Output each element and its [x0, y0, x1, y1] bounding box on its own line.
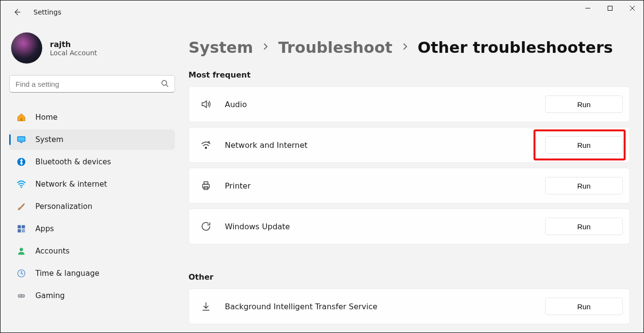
sidebar-item-label: Gaming	[35, 291, 65, 300]
sidebar-item-label: Personalization	[35, 202, 93, 211]
bluetooth-icon	[16, 157, 27, 167]
svg-point-18	[22, 295, 23, 296]
update-icon	[200, 220, 212, 233]
sidebar-item-system[interactable]: System	[9, 129, 175, 150]
brush-icon	[16, 201, 27, 212]
sidebar-item-label: Bluetooth & devices	[35, 158, 111, 166]
sidebar-item-apps[interactable]: Apps	[9, 219, 175, 239]
close-button[interactable]	[621, 0, 644, 16]
profile-subtitle: Local Account	[50, 49, 97, 57]
section-other-title: Other	[188, 272, 630, 282]
troubleshooter-row-printer: Printer Run	[188, 168, 630, 204]
sidebar-item-label: Accounts	[35, 247, 70, 255]
sidebar-item-label: System	[35, 135, 63, 144]
sidebar-item-bluetooth[interactable]: Bluetooth & devices	[9, 152, 175, 172]
svg-rect-11	[22, 225, 25, 229]
sidebar-item-personalization[interactable]: Personalization	[9, 196, 175, 217]
svg-point-9	[21, 187, 22, 188]
clock-globe-icon	[16, 268, 27, 279]
svg-rect-4	[20, 118, 22, 121]
chevron-right-icon	[401, 43, 409, 52]
profile-block[interactable]: rajth Local Account	[11, 32, 175, 63]
troubleshooter-row-bits: Background Intelligent Transfer Service …	[188, 288, 630, 324]
svg-rect-1	[608, 6, 613, 11]
search-input[interactable]	[16, 80, 161, 88]
search-icon	[161, 79, 170, 88]
troubleshooter-row-windows-update: Windows Update Run	[188, 208, 630, 244]
avatar	[11, 32, 42, 63]
printer-icon	[200, 179, 212, 192]
svg-rect-7	[20, 142, 23, 143]
breadcrumb-system[interactable]: System	[188, 38, 253, 57]
system-icon	[16, 134, 27, 145]
svg-rect-6	[18, 137, 25, 141]
breadcrumb-current: Other troubleshooters	[418, 38, 613, 57]
sidebar-item-label: Time & language	[35, 269, 99, 278]
svg-rect-16	[18, 294, 25, 298]
run-button-windows-update[interactable]: Run	[545, 218, 623, 235]
back-button[interactable]	[12, 7, 22, 17]
search-box[interactable]	[9, 75, 175, 93]
app-title: Settings	[33, 8, 61, 16]
sidebar-item-accounts[interactable]: Accounts	[9, 241, 175, 261]
download-icon	[200, 300, 212, 313]
svg-point-2	[162, 80, 167, 85]
svg-rect-13	[22, 229, 25, 233]
network-icon	[200, 139, 212, 151]
window-controls	[577, 0, 644, 16]
home-icon	[16, 112, 27, 123]
profile-name: rajth	[50, 40, 97, 49]
sidebar-item-label: Apps	[35, 224, 54, 233]
svg-rect-21	[204, 182, 208, 184]
sidebar-item-label: Home	[35, 113, 58, 122]
wifi-icon	[16, 179, 27, 190]
sidebar-item-label: Network & internet	[35, 180, 107, 189]
svg-point-19	[205, 147, 207, 149]
breadcrumb-troubleshoot[interactable]: Troubleshoot	[278, 38, 393, 57]
troubleshooter-row-network: Network and Internet Run	[188, 127, 630, 163]
troubleshooter-label: Network and Internet	[225, 141, 308, 150]
run-button-bits[interactable]: Run	[545, 298, 623, 315]
section-most-frequent-title: Most frequent	[188, 70, 630, 79]
svg-rect-20	[203, 184, 209, 188]
apps-icon	[16, 223, 27, 234]
sidebar-item-gaming[interactable]: Gaming	[9, 285, 175, 306]
svg-point-14	[20, 248, 23, 251]
audio-icon	[200, 98, 212, 111]
main-content: System Troubleshoot Other troubleshooter…	[180, 24, 644, 333]
svg-rect-12	[18, 229, 21, 233]
gaming-icon	[16, 290, 27, 301]
run-button-audio[interactable]: Run	[545, 95, 623, 113]
troubleshooter-label: Audio	[225, 100, 247, 109]
chevron-right-icon	[262, 43, 269, 52]
troubleshooter-row-audio: Audio Run	[188, 86, 630, 122]
troubleshooter-label: Printer	[225, 181, 251, 190]
sidebar-item-network[interactable]: Network & internet	[9, 174, 175, 194]
sidebar-item-home[interactable]: Home	[9, 107, 175, 127]
troubleshooter-label: Background Intelligent Transfer Service	[225, 302, 377, 311]
titlebar: Settings	[0, 0, 644, 24]
accounts-icon	[16, 246, 27, 256]
run-button-printer[interactable]: Run	[545, 177, 623, 194]
minimize-button[interactable]	[577, 0, 599, 16]
svg-line-3	[166, 85, 168, 87]
troubleshooter-label: Windows Update	[225, 222, 290, 231]
breadcrumb: System Troubleshoot Other troubleshooter…	[188, 38, 630, 57]
run-button-network[interactable]: Run	[545, 136, 623, 154]
maximize-button[interactable]	[599, 0, 621, 16]
sidebar-item-time-language[interactable]: Time & language	[9, 263, 175, 284]
svg-rect-10	[18, 225, 21, 229]
svg-point-17	[19, 295, 20, 296]
sidebar: rajth Local Account Home	[0, 24, 180, 333]
